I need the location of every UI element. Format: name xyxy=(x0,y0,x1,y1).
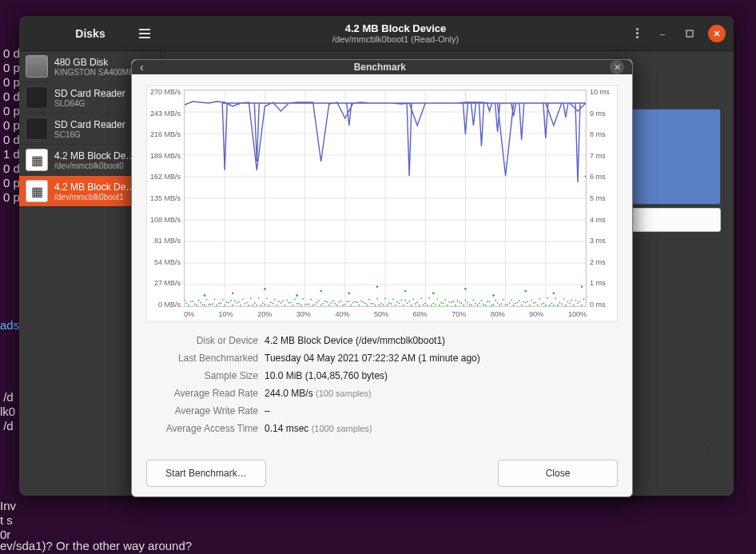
svg-point-140 xyxy=(419,305,420,306)
svg-point-35 xyxy=(208,304,209,305)
svg-point-55 xyxy=(248,305,249,306)
disk-sub: SLD64G xyxy=(54,99,125,108)
disk-name: 4.2 MB Block De… xyxy=(54,150,135,161)
stat-value: 244.0 MB/s (100 samples) xyxy=(265,388,618,399)
svg-point-123 xyxy=(384,298,386,300)
svg-point-107 xyxy=(352,302,354,304)
svg-point-141 xyxy=(420,297,422,299)
svg-point-115 xyxy=(368,299,370,301)
svg-point-31 xyxy=(200,302,201,304)
hdd-icon xyxy=(26,55,48,78)
svg-point-136 xyxy=(411,305,412,306)
svg-point-75 xyxy=(288,302,290,304)
svg-point-175 xyxy=(489,301,491,302)
svg-point-102 xyxy=(342,305,344,306)
svg-point-204 xyxy=(547,297,548,299)
svg-point-199 xyxy=(537,305,539,306)
svg-point-97 xyxy=(332,300,334,301)
dialog-close-button[interactable]: ✕ xyxy=(610,60,624,74)
svg-point-192 xyxy=(523,301,524,303)
svg-point-155 xyxy=(448,301,450,303)
svg-point-188 xyxy=(515,303,516,305)
svg-point-172 xyxy=(483,304,484,305)
svg-point-58 xyxy=(254,302,256,304)
text-cursor-icon: I xyxy=(706,444,710,460)
svg-point-121 xyxy=(380,303,382,305)
header-left: Disks xyxy=(19,16,161,50)
svg-point-114 xyxy=(367,305,368,306)
svg-point-63 xyxy=(264,304,265,305)
header-bar: Disks 4.2 MB Block Device /dev/mmcblk0bo… xyxy=(19,16,734,51)
svg-point-216 xyxy=(571,299,573,301)
start-benchmark-button[interactable]: Start Benchmark… xyxy=(146,460,266,487)
svg-point-231 xyxy=(432,292,435,294)
disk-name: 4.2 MB Block De… xyxy=(54,181,135,193)
svg-point-77 xyxy=(292,305,294,306)
block-device-icon: ▦ xyxy=(26,180,48,202)
svg-point-70 xyxy=(278,301,280,302)
disk-name: SD Card Reader xyxy=(54,88,125,99)
svg-point-45 xyxy=(228,302,229,304)
svg-point-23 xyxy=(185,300,185,301)
svg-point-54 xyxy=(246,302,248,304)
svg-point-130 xyxy=(399,302,400,304)
svg-point-196 xyxy=(531,300,532,301)
svg-point-128 xyxy=(395,305,396,306)
svg-point-108 xyxy=(354,301,356,302)
svg-point-117 xyxy=(372,303,374,305)
svg-point-80 xyxy=(298,303,300,305)
svg-point-40 xyxy=(218,303,220,305)
svg-point-68 xyxy=(274,299,276,301)
y-axis-right: 10 ms9 ms8 ms7 ms6 ms5 ms4 ms3 ms2 ms1 m… xyxy=(587,86,617,321)
terminal-hl: ads xyxy=(0,318,19,333)
terminal-end: ev/sda1)? Or the other way around? xyxy=(0,539,192,553)
stat-label: Last Benchmarked xyxy=(146,353,265,364)
svg-point-65 xyxy=(269,305,270,306)
svg-point-74 xyxy=(286,300,288,301)
svg-point-198 xyxy=(535,301,536,303)
close-button[interactable]: Close xyxy=(498,460,618,487)
device-title: 4.2 MB Block Device xyxy=(345,22,446,34)
stat-label: Average Read Rate xyxy=(146,388,265,399)
svg-point-153 xyxy=(444,299,446,301)
window-close-button[interactable] xyxy=(708,25,726,42)
svg-point-44 xyxy=(226,301,228,303)
svg-point-233 xyxy=(492,294,495,297)
svg-point-36 xyxy=(210,304,212,305)
svg-point-211 xyxy=(561,303,563,305)
maximize-button[interactable] xyxy=(681,25,698,42)
svg-point-27 xyxy=(192,301,193,302)
sd-icon xyxy=(26,86,48,109)
svg-point-163 xyxy=(464,300,466,301)
kebab-menu-icon[interactable] xyxy=(630,28,644,38)
svg-point-221 xyxy=(581,305,583,306)
svg-point-178 xyxy=(495,300,496,301)
svg-point-152 xyxy=(443,302,444,304)
svg-point-28 xyxy=(194,304,196,305)
svg-point-215 xyxy=(569,302,571,304)
svg-point-195 xyxy=(529,305,531,306)
y-axis-left: 270 MB/s243 MB/s216 MB/s189 MB/s162 MB/s… xyxy=(147,86,184,321)
stat-label: Average Write Rate xyxy=(146,405,265,416)
hamburger-menu-icon[interactable] xyxy=(133,22,157,46)
svg-point-137 xyxy=(412,298,414,300)
svg-point-177 xyxy=(493,304,495,305)
device-subtitle: /dev/mmcblk0boot1 (Read-Only) xyxy=(332,34,459,44)
svg-point-41 xyxy=(220,302,221,304)
chart-plot-area xyxy=(184,90,587,307)
svg-point-24 xyxy=(186,303,188,305)
disk-name: 480 GB Disk xyxy=(54,57,133,68)
svg-point-51 xyxy=(240,305,241,306)
svg-point-157 xyxy=(452,301,454,302)
svg-point-95 xyxy=(328,305,330,306)
svg-point-169 xyxy=(477,305,479,306)
minimize-button[interactable]: – xyxy=(654,25,671,42)
svg-point-60 xyxy=(258,297,260,299)
svg-point-32 xyxy=(202,304,204,305)
svg-point-176 xyxy=(491,305,492,306)
svg-point-52 xyxy=(242,298,244,300)
svg-point-83 xyxy=(304,304,306,305)
back-icon[interactable]: ‹ xyxy=(140,61,144,74)
header-right: – xyxy=(630,25,734,42)
svg-point-46 xyxy=(230,300,232,301)
